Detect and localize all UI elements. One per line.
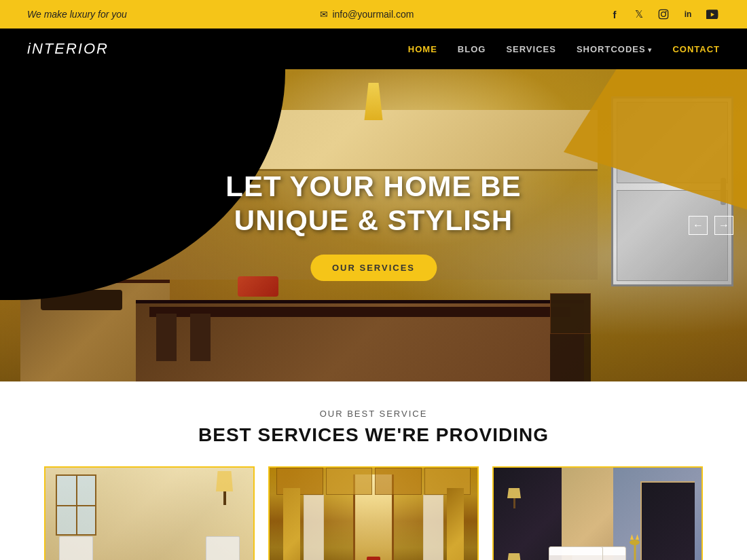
logo-prefix: i bbox=[27, 40, 32, 57]
svg-point-2 bbox=[666, 11, 667, 12]
ceiling-panels bbox=[276, 468, 471, 495]
ceiling-panel-row bbox=[276, 468, 471, 495]
red-chair bbox=[367, 557, 380, 560]
hero-headline-line2: UNIQUE & STYLISH bbox=[225, 204, 521, 238]
column-right bbox=[447, 488, 464, 560]
instagram-icon[interactable] bbox=[656, 7, 671, 22]
chair-back-r bbox=[206, 536, 240, 560]
service-card-1[interactable] bbox=[44, 466, 255, 560]
fridge-bottom bbox=[617, 190, 728, 281]
chair-back bbox=[550, 293, 591, 334]
logo-text: NTERIOR bbox=[32, 40, 109, 57]
slider-next[interactable]: → bbox=[714, 216, 733, 235]
luxury-bg bbox=[494, 468, 702, 560]
counter-top bbox=[149, 307, 570, 317]
nav-blog[interactable]: BLOG bbox=[458, 44, 486, 54]
sconce-top bbox=[507, 488, 521, 508]
column-left bbox=[283, 488, 300, 560]
twitter-icon[interactable]: 𝕏 bbox=[632, 7, 646, 22]
chandelier bbox=[363, 83, 384, 120]
card-dining-inner bbox=[45, 468, 253, 560]
slider-prev[interactable]: ← bbox=[689, 216, 708, 235]
facebook-icon[interactable]: f bbox=[607, 7, 622, 22]
floor-lamp bbox=[216, 471, 233, 505]
hero-content: LET YOUR HOME BE UNIQUE & STYLISH OUR SE… bbox=[225, 170, 521, 281]
window bbox=[56, 474, 96, 536]
stool-1 bbox=[156, 314, 177, 361]
hero-headline-line1: LET YOUR HOME BE bbox=[225, 170, 521, 202]
hero-headline: LET YOUR HOME BE UNIQUE & STYLISH bbox=[225, 170, 521, 238]
hallway-bg bbox=[270, 468, 477, 560]
email-address[interactable]: info@yourmail.com bbox=[332, 9, 414, 20]
candelabra bbox=[630, 540, 640, 560]
sconce-shade bbox=[507, 488, 521, 498]
card-hallway-inner bbox=[270, 468, 477, 560]
service-card-2[interactable] bbox=[268, 466, 479, 560]
service-card-3[interactable] bbox=[492, 466, 703, 560]
top-bar: We make luxury for you ✉ info@yourmail.c… bbox=[0, 0, 747, 29]
services-title: BEST SERVICES WE'RE PROVIDING bbox=[41, 424, 706, 446]
nav-services[interactable]: SERVICES bbox=[506, 44, 556, 54]
nav-shortcodes[interactable]: SHORTCODES bbox=[577, 44, 653, 54]
window-divider-h bbox=[57, 505, 95, 506]
dining-chair bbox=[550, 293, 591, 381]
panel bbox=[326, 468, 373, 495]
stool-2 bbox=[190, 314, 211, 361]
hero-section: LET YOUR HOME BE UNIQUE & STYLISH OUR SE… bbox=[0, 69, 747, 381]
curtain-left bbox=[304, 495, 324, 560]
nav-home[interactable]: HOME bbox=[408, 44, 437, 54]
youtube-icon[interactable] bbox=[705, 7, 720, 22]
slider-arrows: ← → bbox=[689, 216, 733, 235]
email-section: ✉ info@yourmail.com bbox=[320, 9, 414, 20]
social-links: f 𝕏 in bbox=[607, 7, 720, 22]
lamp-pole bbox=[223, 491, 226, 505]
sconce-bottom bbox=[507, 553, 521, 560]
svg-point-1 bbox=[661, 12, 666, 17]
email-icon: ✉ bbox=[320, 9, 328, 20]
services-section: OUR BEST SERVICE BEST SERVICES WE'RE PRO… bbox=[0, 381, 747, 560]
lamp-shade bbox=[216, 471, 233, 491]
sconce-shade2 bbox=[507, 553, 521, 560]
doorway bbox=[640, 481, 695, 560]
nav-links: HOME BLOG SERVICES SHORTCODES CONTACT bbox=[408, 44, 720, 54]
sofa-back2 bbox=[549, 547, 602, 555]
curtain-right bbox=[423, 495, 443, 560]
service-cards bbox=[41, 466, 706, 560]
logo[interactable]: iNTERIOR bbox=[27, 40, 109, 58]
navbar: iNTERIOR HOME BLOG SERVICES SHORTCODES C… bbox=[0, 29, 747, 69]
tagline: We make luxury for you bbox=[27, 9, 127, 20]
linkedin-icon[interactable]: in bbox=[680, 7, 695, 22]
chair-back-l bbox=[59, 536, 93, 560]
candelabra-top bbox=[630, 540, 640, 545]
services-subtitle: OUR BEST SERVICE bbox=[41, 409, 706, 419]
card-luxury-inner bbox=[494, 468, 702, 560]
nav-contact[interactable]: CONTACT bbox=[672, 44, 720, 54]
hero-cta-button[interactable]: OUR SERVICES bbox=[310, 255, 437, 281]
svg-rect-0 bbox=[659, 10, 668, 18]
chair-left bbox=[59, 536, 93, 560]
chair-right bbox=[206, 536, 240, 560]
sofa-right bbox=[549, 546, 603, 560]
panel bbox=[375, 468, 422, 495]
sconce-arm bbox=[513, 498, 515, 508]
